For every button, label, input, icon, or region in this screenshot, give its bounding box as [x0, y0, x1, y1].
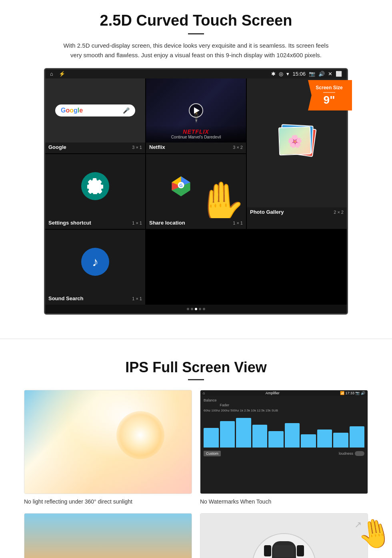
eq-bar-5[interactable]: [268, 431, 284, 448]
share-location-label-row: Share location 1 × 1: [146, 218, 246, 229]
section1-description: With 2.5D curved-display screen, this de…: [60, 41, 332, 60]
features-grid: No light reflecting under 360° direct su…: [24, 390, 368, 558]
window-icon[interactable]: ⬜: [336, 71, 342, 77]
svg-rect-10: [297, 545, 304, 556]
badge-size: 9": [324, 94, 335, 106]
screen-size-badge: Screen Size 9": [308, 80, 352, 110]
feature-label-watermarks: No Watermarks When Touch: [200, 498, 271, 505]
feature-amplifier: ⌂ Amplifier 📶 17:33 📷 🔊 Balance Fader 60…: [200, 390, 368, 505]
netflix-overlay: NETFLIX Continue Marvel's Daredevil: [146, 125, 246, 143]
amp-bottom: Custom loudness: [204, 451, 364, 456]
netflix-image-bg: 🕴 NETFLIX Continue Marvel's Daredevil: [146, 78, 246, 143]
close-icon[interactable]: ✕: [328, 71, 332, 77]
section2-divider: [188, 379, 204, 380]
loudness-toggle[interactable]: [355, 451, 364, 456]
eq-bar-3[interactable]: [236, 418, 251, 448]
play-triangle-icon: [194, 107, 200, 114]
equalizer: [204, 413, 364, 449]
dot-4[interactable]: [199, 308, 201, 310]
volume-icon: 🔊: [318, 71, 325, 77]
screen-mockup-wrapper: ⌂ ⚡ ✱ ◎ ▾ 15:06 📷 🔊 ✕ ⬜: [24, 68, 368, 315]
section-curved-screen: 2.5D Curved Touch Screen With 2.5D curve…: [0, 0, 392, 323]
dot-5[interactable]: [203, 308, 205, 310]
eq-bar-9[interactable]: [333, 433, 348, 448]
dot-1[interactable]: [187, 308, 189, 310]
netflix-logo: NETFLIX: [149, 128, 243, 135]
play-button[interactable]: [189, 103, 203, 118]
google-cell-inner: Google 🎤: [45, 78, 145, 143]
netflix-label-row: Netflix 3 × 2: [146, 143, 246, 153]
eq-bar-7[interactable]: [301, 434, 316, 448]
sun-glow: [116, 411, 164, 459]
netflix-cell-inner: 🕴 NETFLIX Continue Marvel's Daredevil: [146, 78, 246, 143]
microphone-icon[interactable]: 🎤: [123, 107, 130, 114]
google-app-size: 3 × 1: [132, 145, 142, 150]
maps-icon: G: [170, 175, 192, 197]
status-bar-right: ✱ ◎ ▾ 15:06 📷 🔊 ✕ ⬜: [271, 71, 342, 77]
car-circle: [252, 533, 316, 558]
eq-bar-1[interactable]: [204, 428, 219, 448]
app-cell-share-location[interactable]: G 🤚 Share location 1 × 1: [146, 154, 246, 229]
badge-label: Screen Size: [313, 85, 346, 90]
share-bg: G 🤚: [146, 154, 246, 218]
location-icon: ◎: [279, 71, 283, 77]
page-divider: [0, 339, 392, 339]
feature-sunlight: No light reflecting under 360° direct su…: [24, 390, 192, 505]
eq-bar-10[interactable]: [350, 426, 365, 448]
eq-bar-6[interactable]: [285, 423, 300, 448]
amp-right-icons: 📶 17:33 📷 🔊: [340, 391, 365, 395]
settings-label-row: Settings shortcut 1 × 1: [45, 218, 145, 229]
app-cell-netflix[interactable]: 🕴 NETFLIX Continue Marvel's Daredevil: [146, 78, 246, 153]
feature-car-top: ↗: [200, 513, 368, 558]
google-app-name: Google: [48, 144, 66, 150]
app-cell-sound-search[interactable]: ♪ Sound Search 1 × 1: [45, 230, 145, 305]
settings-app-name: Settings shortcut: [48, 220, 91, 226]
gallery-app-name: Photo Gallery: [250, 209, 284, 215]
status-time: 15:06: [292, 71, 306, 77]
dot-2[interactable]: [191, 308, 193, 310]
amp-content: Balance Fader 60hz100hz200hz500hz1k2.5k1…: [200, 396, 368, 494]
car-top-view-svg: [260, 533, 308, 558]
light-rays: [24, 390, 192, 494]
section2-title: IPS Full Screen View: [24, 359, 368, 376]
home-icon[interactable]: ⌂: [50, 71, 53, 77]
gallery-app-size: 2 × 2: [334, 210, 344, 215]
photo-stack: 🌸: [277, 125, 317, 161]
section1-title: 2.5D Curved Touch Screen: [24, 12, 368, 29]
section1-divider: [188, 33, 204, 34]
screen-mockup: ⌂ ⚡ ✱ ◎ ▾ 15:06 📷 🔊 ✕ ⬜: [44, 68, 348, 315]
netflix-app-size: 3 × 2: [233, 145, 243, 150]
settings-bg: [45, 154, 145, 218]
loudness-row: loudness: [339, 451, 364, 456]
eq-bar-4[interactable]: [252, 425, 268, 448]
app-cell-settings[interactable]: Settings shortcut 1 × 1: [45, 154, 145, 229]
amp-freq-labels: 60hz100hz200hz500hz1k2.5k10k12.5k15kSUB: [204, 409, 364, 412]
pagination-dots: [45, 305, 347, 313]
amplifier-bg: ⌂ Amplifier 📶 17:33 📷 🔊 Balance Fader 60…: [200, 390, 368, 494]
netflix-bg: 🕴 NETFLIX Continue Marvel's Daredevil: [146, 78, 246, 143]
custom-button[interactable]: Custom: [204, 451, 221, 456]
sound-search-label-row: Sound Search 1 × 1: [45, 294, 145, 305]
badge-divider: [323, 92, 335, 93]
netflix-subtitle: Continue Marvel's Daredevil: [149, 135, 243, 139]
eq-bar-2[interactable]: [220, 421, 235, 448]
netflix-app-name: Netflix: [149, 144, 165, 150]
google-logo: Google: [61, 107, 83, 114]
status-bar: ⌂ ⚡ ✱ ◎ ▾ 15:06 📷 🔊 ✕ ⬜: [45, 69, 347, 78]
svg-rect-9: [264, 545, 271, 556]
google-search-bar[interactable]: Google 🎤: [55, 104, 135, 116]
amp-labels: Balance Fader: [204, 398, 364, 407]
amp-home-icon: ⌂: [203, 391, 205, 395]
app-cell-google[interactable]: Google 🎤 Google 3 × 1: [45, 78, 145, 153]
svg-text:G: G: [179, 183, 183, 188]
maps-icon-container: G: [170, 175, 192, 198]
settings-circle: [81, 172, 109, 200]
dot-3-active[interactable]: [195, 308, 197, 310]
car-top-container: [260, 533, 308, 558]
sound-bg: ♪: [45, 230, 145, 294]
eq-bar-8[interactable]: [317, 430, 332, 448]
sunlight-bg: [24, 390, 192, 494]
feature-image-amplifier: ⌂ Amplifier 📶 17:33 📷 🔊 Balance Fader 60…: [200, 390, 368, 494]
feature-label-sunlight: No light reflecting under 360° direct su…: [24, 498, 132, 505]
flower-icon: 🌸: [287, 134, 302, 148]
